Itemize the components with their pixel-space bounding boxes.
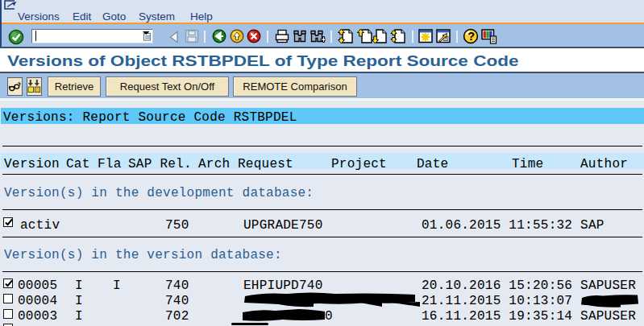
svg-text:?: ? [467, 30, 475, 43]
